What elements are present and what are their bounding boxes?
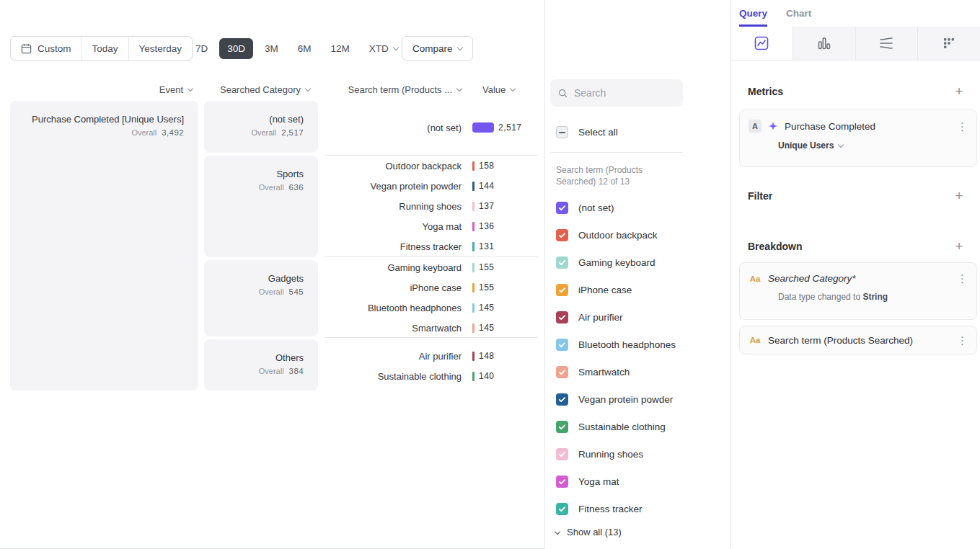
event-overall: Overall3,492: [10, 128, 184, 137]
term-group: Air purifier148Sustainable clothing140: [325, 338, 538, 390]
yesterday-button[interactable]: Yesterday: [129, 37, 193, 60]
category-cell: SportsOverall636: [204, 156, 318, 257]
checkbox-checked[interactable]: [556, 284, 568, 296]
report-type-flows[interactable]: [855, 27, 918, 60]
metric-card[interactable]: A Purchase Completed ⋮ Unique Users: [739, 110, 977, 167]
value-number: 145: [479, 303, 495, 313]
measure-selector[interactable]: Unique Users: [778, 140, 968, 151]
overall-value: 545: [289, 287, 304, 296]
check-icon: [558, 341, 566, 349]
kebab-menu-icon[interactable]: ⋮: [957, 335, 968, 346]
value-number: 155: [479, 262, 495, 272]
filter-item-gaming-keyboard[interactable]: Gaming keyboard: [556, 249, 722, 276]
category-overall: Overall545: [204, 287, 304, 296]
value-cell: 137: [472, 201, 495, 211]
tab-query[interactable]: Query: [739, 0, 767, 27]
filter-item-vegan-protein-powder[interactable]: Vegan protein powder: [556, 385, 722, 413]
checkbox-checked[interactable]: [556, 339, 568, 351]
kebab-menu-icon[interactable]: ⋮: [957, 121, 968, 132]
column-header-category[interactable]: Searched Category: [204, 84, 310, 95]
filter-item-label: Bluetooth headphones: [578, 339, 676, 350]
kebab-menu-icon[interactable]: ⋮: [957, 273, 968, 284]
table-row: Sustainable clothing140: [325, 366, 538, 386]
checkbox-checked[interactable]: [556, 448, 568, 460]
tab-chart[interactable]: Chart: [786, 0, 811, 27]
filter-item-sustainable-clothing[interactable]: Sustainable clothing: [556, 413, 722, 440]
filter-item-smartwatch[interactable]: Smartwatch: [556, 358, 722, 385]
range-30d-button[interactable]: 30D: [219, 38, 253, 59]
string-property-icon: Aa: [749, 336, 762, 344]
value-cell: 155: [472, 262, 495, 272]
select-all-control[interactable]: Select all: [556, 126, 618, 138]
term-label: Bluetooth headphones: [325, 303, 462, 313]
value-cell: 145: [472, 323, 495, 333]
report-type-funnels[interactable]: [793, 27, 855, 60]
checkbox-checked[interactable]: [556, 229, 568, 241]
term-label: Yoga mat: [325, 221, 462, 232]
checkbox-checked[interactable]: [556, 503, 568, 515]
show-all-button[interactable]: Show all (13): [555, 527, 622, 537]
filter-item-iphone-case[interactable]: iPhone case: [556, 276, 722, 303]
value-cell: 131: [472, 241, 495, 251]
filter-item-running-shoes[interactable]: Running shoes: [556, 440, 722, 468]
range-3m-button[interactable]: 3M: [257, 38, 286, 59]
breakdown-subtitle: Data type changed to String: [778, 292, 968, 302]
column-header-event[interactable]: Event: [10, 84, 193, 95]
filter-item-yoga-mat[interactable]: Yoga mat: [556, 468, 722, 495]
report-type-retention[interactable]: [917, 27, 980, 60]
filter-item-bluetooth-headphones[interactable]: Bluetooth headphones: [556, 331, 722, 358]
checkbox-checked[interactable]: [556, 421, 568, 433]
search-input[interactable]: [574, 87, 675, 99]
category-name: Sports: [204, 168, 304, 181]
add-metric-button[interactable]: +: [953, 85, 966, 98]
value-cell: 144: [472, 181, 495, 191]
range-6m-button[interactable]: 6M: [290, 38, 319, 59]
term-group: Gaming keyboard155iPhone case155Bluetoot…: [325, 257, 538, 338]
value-number: 136: [479, 221, 495, 231]
custom-date-button[interactable]: Custom: [11, 37, 82, 60]
term-label: iPhone case: [325, 282, 462, 293]
checkbox-checked[interactable]: [556, 476, 568, 488]
subtitle-value: String: [862, 292, 888, 302]
select-all-checkbox[interactable]: [556, 126, 568, 138]
add-filter-button[interactable]: +: [953, 189, 966, 202]
chevron-down-icon: [838, 141, 844, 147]
string-property-icon: Aa: [749, 274, 762, 283]
breakdown-card-search-term[interactable]: Aa Search term (Products Searched) ⋮: [739, 326, 977, 354]
value-bar: [472, 303, 474, 313]
check-icon: [558, 368, 566, 376]
category-cell: GadgetsOverall545: [204, 260, 318, 336]
breakdown-card-searched-category[interactable]: Aa Searched Category* ⋮ Data type change…: [739, 262, 977, 320]
filter-item-air-purifier[interactable]: Air purifier: [556, 303, 722, 331]
range-7d-button[interactable]: 7D: [187, 38, 216, 59]
add-breakdown-button[interactable]: +: [953, 240, 966, 253]
value-cell: 148: [472, 351, 495, 361]
sort-chevron-icon: [187, 86, 193, 92]
metric-card-row: A Purchase Completed ⋮: [749, 120, 968, 133]
breakdown-title: Searched Category*: [768, 273, 856, 284]
today-button[interactable]: Today: [82, 37, 129, 60]
date-range-group: Custom Today Yesterday: [10, 36, 193, 61]
checkbox-checked[interactable]: [556, 311, 568, 323]
value-number: 145: [479, 323, 495, 333]
checkbox-checked[interactable]: [556, 202, 568, 214]
overall-label: Overall: [131, 128, 156, 137]
checkbox-checked[interactable]: [556, 256, 568, 269]
breakdown-title: Search term (Products Searched): [768, 335, 913, 346]
filter-list-label: Search term (Products Searched) 12 of 13: [556, 164, 671, 187]
checkbox-checked[interactable]: [556, 393, 568, 406]
filter-item-not-set[interactable]: (not set): [556, 194, 722, 221]
value-number: 158: [479, 161, 495, 171]
term-label: Outdoor backpack: [325, 161, 462, 171]
measure-label: Unique Users: [778, 140, 834, 151]
bars-chart-icon: [817, 36, 831, 50]
checkbox-checked[interactable]: [556, 366, 568, 378]
category-overall: Overall636: [204, 183, 304, 192]
filter-item-label: Gaming keyboard: [578, 257, 655, 268]
filter-item-fitness-tracker[interactable]: Fitness tracker: [556, 495, 722, 522]
filter-item-outdoor-backpack[interactable]: Outdoor backpack: [556, 221, 722, 249]
value-cell: 2,517: [472, 122, 522, 133]
overall-value: 3,492: [162, 128, 184, 137]
search-box: [550, 79, 683, 107]
report-type-insights[interactable]: [730, 27, 793, 60]
